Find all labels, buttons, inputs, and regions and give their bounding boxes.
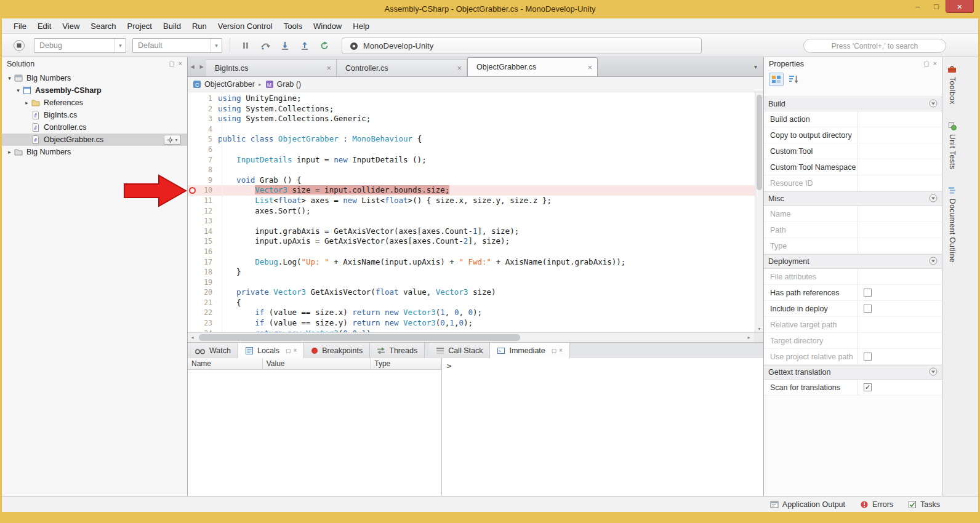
breakpoint-margin[interactable] bbox=[188, 287, 198, 298]
close-icon[interactable]: × bbox=[933, 60, 937, 68]
menu-run[interactable]: Run bbox=[187, 20, 212, 33]
property-value[interactable] bbox=[857, 333, 942, 348]
property-value[interactable] bbox=[857, 317, 942, 332]
tab-scroll-right-button[interactable]: ▶ bbox=[197, 57, 206, 76]
breakpoint-margin[interactable] bbox=[188, 114, 198, 124]
status-item-tasks[interactable]: Tasks bbox=[908, 500, 940, 509]
debug-tab-breakpoints[interactable]: Breakpoints bbox=[304, 343, 370, 358]
column-header-value[interactable]: Value bbox=[263, 358, 371, 369]
close-icon[interactable]: × bbox=[179, 60, 182, 68]
debug-tab-immediate[interactable]: >_Immediate◻× bbox=[490, 343, 570, 358]
breakpoint-margin[interactable] bbox=[188, 206, 198, 217]
property-row-file-attributes[interactable]: File attributes bbox=[764, 269, 942, 285]
property-row-custom-tool[interactable]: Custom Tool bbox=[764, 143, 942, 159]
tab-scroll-left-button[interactable]: ◀ bbox=[188, 57, 197, 76]
breakpoint-margin[interactable] bbox=[188, 155, 198, 166]
tree-item-big-numbers[interactable]: ▾Big Numbers bbox=[2, 72, 187, 84]
property-row-name[interactable]: Name bbox=[764, 206, 942, 222]
property-row-scan-for-translations[interactable]: Scan for translations✓ bbox=[764, 380, 942, 396]
side-tab-toolbox[interactable]: Toolbox bbox=[942, 57, 962, 114]
property-row-resource-id[interactable]: Resource ID bbox=[764, 175, 942, 191]
menu-file[interactable]: File bbox=[8, 20, 32, 33]
breakpoint-margin[interactable] bbox=[188, 236, 198, 247]
debug-tab-watch[interactable]: Watch bbox=[188, 343, 238, 358]
property-row-copy-to-output-directory[interactable]: Copy to output directory bbox=[764, 127, 942, 143]
expander-right-icon[interactable]: ▸ bbox=[6, 149, 14, 155]
search-input[interactable] bbox=[803, 39, 946, 53]
breakpoint-margin[interactable] bbox=[188, 298, 198, 308]
dock-icon[interactable]: ◻ bbox=[923, 60, 929, 68]
pause-button[interactable] bbox=[238, 38, 254, 54]
menu-view[interactable]: View bbox=[57, 20, 85, 33]
property-row-use-project-relative-path[interactable]: Use project relative path bbox=[764, 349, 942, 365]
property-value[interactable] bbox=[857, 222, 942, 238]
breakpoint-margin[interactable] bbox=[188, 216, 198, 226]
breakpoint-margin[interactable] bbox=[188, 145, 198, 155]
menu-version-control[interactable]: Version Control bbox=[212, 20, 278, 33]
property-row-custom-tool-namespace[interactable]: Custom Tool Namespace bbox=[764, 159, 942, 175]
expander-right-icon[interactable]: ▸ bbox=[23, 100, 31, 106]
step-instruction-button[interactable] bbox=[316, 38, 332, 54]
menu-project[interactable]: Project bbox=[122, 20, 158, 33]
menu-window[interactable]: Window bbox=[308, 20, 347, 33]
tab-bigints-cs[interactable]: BigInts.cs× bbox=[206, 59, 337, 76]
property-value[interactable] bbox=[857, 349, 942, 364]
breakpoint-margin[interactable] bbox=[188, 124, 198, 135]
breakpoint-margin[interactable] bbox=[188, 267, 198, 277]
step-over-button[interactable] bbox=[257, 38, 273, 54]
categorized-view-button[interactable] bbox=[769, 73, 784, 86]
breakpoint-margin[interactable] bbox=[188, 247, 198, 257]
close-icon[interactable]: × bbox=[587, 63, 592, 71]
close-button[interactable]: × bbox=[946, 0, 974, 13]
breadcrumb-item-objectgrabber[interactable]: CObjectGrabber bbox=[193, 80, 255, 89]
tree-item-controller-cs[interactable]: #Controller.cs bbox=[2, 121, 187, 134]
dock-icon[interactable]: ◻ bbox=[552, 347, 556, 354]
property-value[interactable] bbox=[857, 143, 942, 159]
breakpoint-margin[interactable] bbox=[188, 165, 198, 175]
breadcrumb-item-grab[interactable]: MGrab () bbox=[265, 80, 302, 89]
property-value[interactable] bbox=[857, 111, 942, 127]
column-header-name[interactable]: Name bbox=[188, 358, 263, 369]
breakpoint-margin[interactable] bbox=[188, 308, 198, 318]
property-row-path[interactable]: Path bbox=[764, 222, 942, 238]
close-icon[interactable]: × bbox=[457, 64, 462, 72]
tree-item-references[interactable]: ▸References bbox=[2, 97, 187, 109]
step-into-button[interactable] bbox=[277, 38, 293, 54]
menu-search[interactable]: Search bbox=[85, 20, 121, 33]
debug-tab-locals[interactable]: Locals◻× bbox=[238, 343, 304, 358]
item-options-button[interactable]: ▾ bbox=[164, 135, 181, 145]
property-value[interactable] bbox=[857, 206, 942, 222]
checkbox-unchecked[interactable] bbox=[864, 289, 872, 297]
property-value[interactable] bbox=[857, 269, 942, 284]
breakpoint-margin[interactable] bbox=[188, 277, 198, 288]
tree-item-bigints-cs[interactable]: #BigInts.cs bbox=[2, 109, 187, 121]
expander-down-icon[interactable]: ▾ bbox=[6, 75, 14, 81]
build-configuration-select[interactable]: Default ▾ bbox=[132, 38, 222, 53]
dock-icon[interactable]: ◻ bbox=[169, 60, 174, 68]
property-value[interactable] bbox=[857, 127, 942, 143]
property-value[interactable]: ✓ bbox=[857, 380, 942, 395]
tree-item-assembly-csharp[interactable]: ▾Assembly-CSharp bbox=[2, 84, 187, 97]
menu-help[interactable]: Help bbox=[347, 20, 375, 33]
property-value[interactable] bbox=[857, 175, 942, 191]
breakpoint-margin[interactable] bbox=[188, 257, 198, 268]
close-icon[interactable]: × bbox=[326, 64, 331, 72]
section-options-icon[interactable] bbox=[929, 367, 938, 378]
property-section-misc[interactable]: Misc bbox=[764, 191, 942, 206]
section-options-icon[interactable] bbox=[929, 99, 938, 110]
breakpoint-margin[interactable] bbox=[188, 94, 198, 104]
property-section-deployment[interactable]: Deployment bbox=[764, 254, 942, 269]
stop-button[interactable] bbox=[10, 38, 28, 54]
section-options-icon[interactable] bbox=[929, 194, 938, 204]
breakpoint-margin[interactable] bbox=[188, 104, 198, 114]
tab-controller-cs[interactable]: Controller.cs× bbox=[337, 59, 467, 76]
tree-item-big-numbers[interactable]: ▸Big Numbers bbox=[2, 146, 187, 158]
vertical-scrollbar-thumb[interactable] bbox=[757, 95, 762, 190]
code-editor[interactable]: 1using UnityEngine;2using System.Collect… bbox=[188, 92, 763, 332]
tab-list-dropdown-icon[interactable]: ▾ bbox=[754, 63, 757, 70]
property-row-target-directory[interactable]: Target directory bbox=[764, 333, 942, 349]
close-icon[interactable]: × bbox=[293, 347, 297, 354]
breakpoint-marker[interactable] bbox=[189, 187, 196, 194]
alphabetical-sort-button[interactable] bbox=[786, 73, 801, 86]
property-row-has-path-references[interactable]: Has path references bbox=[764, 285, 942, 301]
